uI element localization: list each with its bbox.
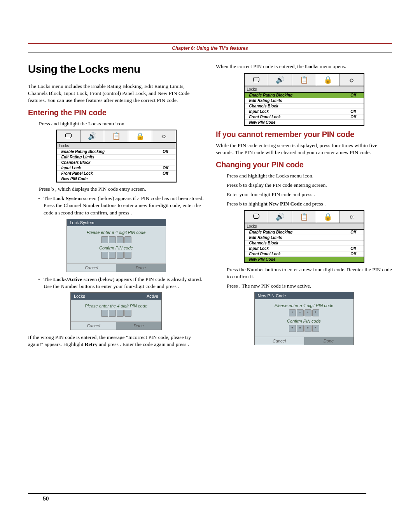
dialog-buttons: Cancel Done [71,321,161,330]
dialog-prompt: Please enter the 4 digit PIN code [75,304,158,308]
cancel-button: Cancel [71,322,116,330]
text-cont: menu opens. [318,63,346,69]
menu-row-value [346,98,361,103]
menu-row-value [346,120,361,125]
pin-digit [117,236,124,243]
picture-tab-icon: 🖵 [245,211,268,223]
menu-row: Edit Rating Limits [245,98,364,104]
menu-row-value: Off [346,115,361,119]
prefs-tab-icon: ☼ [152,130,175,142]
pin-digit: * [304,309,312,316]
menu-row: Input LockOff [245,246,364,251]
pin-digit [124,310,131,317]
prefs-tab-icon: ☼ [340,211,363,223]
pin-digit: * [312,309,319,316]
menu-row-value [346,104,361,108]
pin-digit [109,236,116,243]
left-column: Using the Locks menu The Locks menu incl… [28,63,204,351]
dialog-buttons: Cancel Done [67,263,166,272]
pin-entry-row: **** [259,309,350,316]
page-title: Using the Locks menu [28,63,204,78]
dialog-title: Lock System [67,219,166,226]
menu-row: Front Panel LockOff [245,251,364,257]
menu-row-value [346,257,361,262]
menu-row-label: Edit Rating Limits [249,235,346,240]
locks-active-dialog: Locks Active Please enter the 4 digit PI… [70,292,162,330]
section-change-pin: Changing your PIN code [216,160,392,169]
menu-row-label: New PIN Code [249,257,346,262]
menu-row: Front Panel LockOff [57,171,176,176]
bullet-bold: Locks/Active [53,276,82,282]
step-press-highlight: Press and highlight the Locks menu icon. [39,120,204,127]
menu-row-label: Front Panel Lock [249,252,346,256]
menu-row: New PIN Code [57,176,176,182]
menu-row-label: Input Lock [249,109,346,114]
picture-tab-icon: 🖵 [57,130,80,142]
menu-row: Channels Block [245,241,364,246]
locks-bold: Locks [305,63,318,69]
pin-digit [117,310,124,317]
pin-digit [101,310,108,317]
menu-row-label: Front Panel Lock [249,115,346,119]
menu-row-label: Edit Rating Limits [61,155,158,159]
dialog-prompt-1: Please enter a 4 digit PIN code [71,230,162,235]
manual-page: Chapter 6: Using the TV's features Using… [0,0,420,525]
step-text-cont: and press . [302,201,326,207]
bullet-locks-active: The Locks/Active screen (below) appears … [40,276,204,290]
step-text: Press and highlight the Locks menu icon. [39,121,126,126]
menu-row-value [346,235,361,240]
bullet-lock-system: The Lock System screen (below) appears i… [40,195,204,216]
intro-paragraph: The Locks menu includes the Enable Ratin… [28,83,204,104]
pin-digit: * [289,309,296,316]
dialog-title-text: Lock System [70,220,94,225]
menu-body: Enable Rating BlockingOffEdit Rating Lim… [57,149,176,182]
wrong-pin-paragraph: If the wrong PIN code is entered, the me… [28,334,204,348]
menu-row-label: Front Panel Lock [61,171,158,176]
dialog-title-text: New PIN Code [258,293,286,298]
dialog-buttons: Cancel Done [255,337,354,345]
text: When the correct PIN code is entered, th… [216,63,305,69]
pin-digit [109,310,116,317]
done-button: Done [116,264,166,272]
pin-confirm-row: **** [259,325,350,332]
menu-row: New PIN Code [245,257,364,262]
pin-digit [101,236,108,243]
chapter-header: Chapter 6: Using the TV's features [28,43,392,53]
menu-title: Locks [245,86,364,93]
page-number: 50 [43,495,49,502]
menu-row-label: Enable Rating Blocking [249,230,346,234]
menu-row-value: Off [346,230,361,234]
section-forgot-pin: If you cannot remember your PIN code [216,130,392,139]
dialog-prompt-2: Confirm PIN code [71,246,162,250]
menu-row-value: Off [346,246,361,251]
menu-row-value [158,177,173,181]
pin-digit: * [297,325,304,332]
change-step-4: Press b to highlight New PIN Code and pr… [227,200,392,207]
section-entering-pin: Entering the PIN code [28,108,204,117]
menu-row: New PIN Code [245,120,364,125]
bullet-bold: Lock System [53,195,82,201]
cancel-button: Cancel [255,337,304,345]
menu-row-label: Channels Block [249,104,346,108]
pin-digit [124,252,131,259]
bullet-text: The [44,276,53,282]
locks-tab-icon: 🔒 [316,211,340,223]
locks-tab-icon: 🔒 [316,74,340,86]
menu-row-label: Channels Block [61,160,158,165]
setup-tab-icon: 📋 [292,211,316,223]
menu-row-value: Off [158,171,173,176]
dialog-prompt-2: Confirm PIN code [259,319,350,323]
menu-row-label: New PIN Code [61,177,158,181]
menu-tab-bar: 🖵 🔊 📋 🔒 ☼ [245,211,364,223]
menu-row: Edit Rating Limits [245,235,364,241]
dialog-body: Please enter a 4 digit PIN code Confirm … [67,226,166,263]
locks-menu-opened-figure: 🖵 🔊 📋 🔒 ☼ Locks Enable Rating BlockingOf… [244,73,364,126]
done-button: Done [116,322,162,330]
menu-row-value [346,241,361,245]
pin-digit: * [304,325,312,332]
setup-tab-icon: 📋 [104,130,128,142]
dialog-body: Please enter a 4 digit PIN code **** Con… [255,299,354,337]
menu-row-label: Enable Rating Blocking [61,149,158,154]
correct-pin-paragraph: When the correct PIN code is entered, th… [216,63,392,70]
pin-digit [109,252,116,259]
